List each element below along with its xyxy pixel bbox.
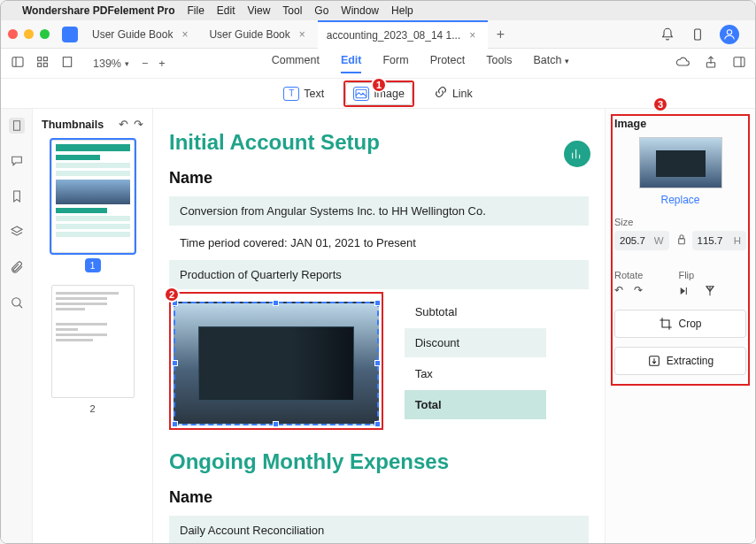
close-tab-icon[interactable]: × bbox=[181, 28, 188, 41]
chart-fab-icon[interactable] bbox=[564, 141, 590, 167]
tab-title: User Guide Book bbox=[92, 28, 173, 41]
menu-tool[interactable]: Tool bbox=[282, 4, 302, 17]
table-row[interactable]: Production of Quarterly Reports bbox=[169, 260, 589, 289]
sidebar-toggle-icon[interactable] bbox=[10, 55, 26, 72]
svg-rect-7 bbox=[63, 57, 71, 67]
menu-file[interactable]: File bbox=[188, 4, 204, 17]
add-text-tool[interactable]: T Text bbox=[276, 83, 331, 104]
zoom-out-button[interactable]: − bbox=[142, 57, 148, 70]
grid-view-icon[interactable] bbox=[35, 55, 50, 72]
selected-image[interactable] bbox=[174, 302, 379, 425]
width-unit: W bbox=[654, 235, 664, 246]
bell-icon[interactable] bbox=[660, 27, 675, 42]
resize-handle[interactable] bbox=[172, 421, 178, 427]
bookmarks-rail-icon[interactable] bbox=[9, 188, 25, 204]
height-value: 115.7 bbox=[698, 235, 723, 246]
thumbnail-page-1[interactable]: 1 bbox=[38, 140, 147, 272]
discount-row[interactable]: Discount bbox=[405, 328, 546, 357]
minimize-window-button[interactable] bbox=[24, 29, 34, 39]
thumbnail-page-number: 2 bbox=[89, 403, 95, 414]
document-view[interactable]: Initial Account Setup Name Conversion fr… bbox=[153, 109, 605, 544]
panel-title: Image bbox=[614, 118, 746, 130]
rotate-ccw-icon[interactable]: ↶ bbox=[119, 118, 128, 131]
close-window-button[interactable] bbox=[8, 29, 18, 39]
tab-title: User Guide Book bbox=[209, 28, 289, 41]
resize-handle[interactable] bbox=[374, 360, 381, 366]
resize-handle[interactable] bbox=[374, 300, 381, 306]
add-link-tool[interactable]: Link bbox=[427, 81, 480, 105]
zoom-value[interactable]: 139% bbox=[93, 57, 121, 70]
name-heading: Name bbox=[169, 169, 589, 188]
rotate-right-icon[interactable]: ↷ bbox=[634, 284, 643, 296]
image-icon bbox=[353, 87, 369, 101]
rotate-cw-icon[interactable]: ↷ bbox=[134, 118, 143, 131]
replace-image-button[interactable]: Replace bbox=[614, 194, 746, 206]
menu-window[interactable]: Window bbox=[341, 4, 379, 17]
menu-batch[interactable]: Batch ▾ bbox=[533, 54, 568, 73]
fullscreen-window-button[interactable] bbox=[40, 29, 50, 39]
share-icon[interactable] bbox=[704, 55, 718, 72]
zoom-in-button[interactable]: + bbox=[158, 57, 165, 70]
total-row[interactable]: Total bbox=[405, 390, 546, 419]
page-view-icon[interactable] bbox=[59, 55, 75, 72]
height-input[interactable]: 115.7 H bbox=[692, 231, 747, 250]
flip-horizontal-icon[interactable] bbox=[678, 284, 692, 301]
menu-edit-main[interactable]: Edit bbox=[341, 54, 362, 73]
table-row[interactable]: Conversion from Angular Systems Inc. to … bbox=[169, 196, 589, 226]
comments-rail-icon[interactable] bbox=[9, 153, 25, 169]
aspect-lock-icon[interactable] bbox=[675, 233, 687, 249]
user-avatar[interactable] bbox=[720, 25, 739, 44]
panel-toggle-icon[interactable] bbox=[732, 55, 746, 72]
table-row[interactable]: Time period covered: JAN 01, 2021 to Pre… bbox=[169, 228, 589, 257]
device-icon[interactable] bbox=[690, 27, 706, 42]
thumbnails-panel: Thumbnails ↶ ↷ 1 bbox=[33, 109, 153, 544]
svg-rect-3 bbox=[38, 57, 42, 61]
tab-user-guide-1[interactable]: User Guide Book × bbox=[83, 20, 200, 49]
extract-label: Extracting bbox=[667, 355, 714, 367]
menu-help[interactable]: Help bbox=[391, 4, 413, 17]
crop-button[interactable]: Crop bbox=[614, 310, 746, 338]
svg-rect-13 bbox=[678, 238, 684, 243]
rotate-left-icon[interactable]: ↶ bbox=[614, 284, 623, 296]
extract-button[interactable]: Extracting bbox=[614, 347, 746, 375]
menu-go[interactable]: Go bbox=[314, 4, 328, 17]
svg-rect-6 bbox=[43, 63, 47, 66]
thumbnails-rail-icon[interactable] bbox=[9, 118, 25, 134]
width-input[interactable]: 205.7 W bbox=[614, 231, 669, 250]
svg-rect-4 bbox=[43, 57, 47, 61]
new-tab-button[interactable]: + bbox=[488, 27, 513, 42]
menu-edit[interactable]: Edit bbox=[217, 4, 235, 17]
menu-form[interactable]: Form bbox=[382, 54, 408, 73]
link-icon bbox=[434, 85, 448, 102]
zoom-dropdown-icon[interactable]: ▾ bbox=[125, 59, 129, 68]
menu-tools[interactable]: Tools bbox=[486, 54, 512, 73]
link-label: Link bbox=[452, 88, 473, 100]
close-tab-icon[interactable]: × bbox=[469, 29, 475, 42]
callout-badge-1: 1 bbox=[371, 77, 387, 93]
menu-protect[interactable]: Protect bbox=[430, 54, 466, 73]
tab-accounting[interactable]: accounting_2023_08_14 1... × bbox=[318, 20, 488, 49]
menu-view[interactable]: View bbox=[248, 4, 271, 17]
thumbnail-page-2[interactable]: 2 bbox=[38, 285, 147, 414]
tab-user-guide-2[interactable]: User Guide Book × bbox=[200, 20, 317, 49]
attachments-rail-icon[interactable] bbox=[9, 259, 25, 275]
svg-rect-2 bbox=[12, 57, 23, 67]
resize-handle[interactable] bbox=[172, 360, 178, 366]
menu-batch-label: Batch bbox=[533, 54, 561, 66]
cloud-icon[interactable] bbox=[675, 55, 690, 72]
close-tab-icon[interactable]: × bbox=[299, 28, 305, 41]
window-tabbar: User Guide Book × User Guide Book × acco… bbox=[1, 20, 755, 49]
heading-initial-setup: Initial Account Setup bbox=[169, 130, 589, 155]
table-row[interactable]: Daily Account Reconciliation bbox=[169, 516, 589, 544]
resize-handle[interactable] bbox=[374, 421, 381, 427]
resize-handle[interactable] bbox=[273, 421, 279, 427]
size-label: Size bbox=[614, 217, 746, 227]
flip-vertical-icon[interactable] bbox=[703, 284, 717, 301]
menu-comment[interactable]: Comment bbox=[272, 54, 320, 73]
subtotal-row[interactable]: Subtotal bbox=[405, 297, 546, 326]
resize-handle[interactable] bbox=[273, 300, 279, 306]
tax-row[interactable]: Tax bbox=[405, 359, 546, 388]
app-name[interactable]: Wondershare PDFelement Pro bbox=[22, 4, 175, 17]
layers-rail-icon[interactable] bbox=[9, 224, 25, 240]
search-rail-icon[interactable] bbox=[9, 295, 25, 310]
